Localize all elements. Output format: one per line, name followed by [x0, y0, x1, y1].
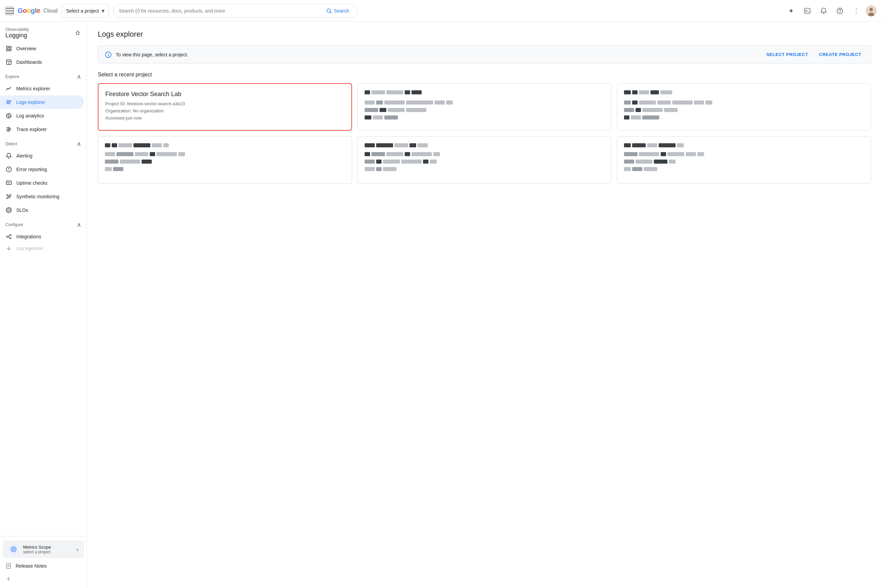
svg-point-47 — [13, 549, 14, 550]
sidebar-item-error-reporting[interactable]: Error reporting — [0, 163, 84, 176]
svg-rect-11 — [6, 49, 8, 51]
sidebar-item-label: Log ingestion... — [16, 246, 46, 251]
slo-icon — [5, 207, 12, 213]
sidebar-item-label: Synthetic monitoring — [16, 194, 59, 199]
log-ingestion-icon — [5, 245, 12, 252]
sidebar: Observability Logging — [0, 22, 87, 588]
search-button[interactable]: Search — [323, 6, 352, 15]
collapse-sidebar-button[interactable] — [0, 572, 87, 585]
svg-line-43 — [8, 235, 10, 236]
project-card-2[interactable] — [357, 83, 612, 131]
explore-section-header[interactable]: Explore ∧ — [0, 69, 87, 82]
project-card-5[interactable] — [357, 136, 612, 184]
sidebar-item-synthetic-monitoring[interactable]: Synthetic monitoring — [0, 190, 84, 203]
sidebar-item-dashboards[interactable]: Dashboards — [0, 56, 84, 69]
project-card-6[interactable] — [617, 136, 871, 184]
sidebar-item-overview[interactable]: Overview — [0, 42, 84, 56]
project-card-3[interactable] — [617, 83, 871, 131]
sidebar-item-metrics-explorer[interactable]: Metrics explorer — [0, 82, 84, 95]
main-content: Logs explorer To view this page, select … — [87, 22, 882, 588]
create-project-button[interactable]: CREATE PROJECT — [816, 51, 864, 58]
info-icon — [105, 51, 112, 58]
svg-point-7 — [870, 8, 873, 11]
hamburger-menu[interactable] — [5, 7, 14, 15]
pin-sidebar-button[interactable] — [74, 30, 81, 37]
sidebar-item-label: Uptime checks — [16, 180, 48, 186]
svg-rect-10 — [9, 46, 11, 48]
sidebar-item-integrations[interactable]: Integrations — [0, 230, 84, 243]
project-card-featured[interactable]: Firestore Vector Search Lab Project ID: … — [98, 83, 352, 131]
synthetic-icon — [5, 193, 12, 200]
release-notes-icon — [5, 563, 12, 569]
project-card-4[interactable] — [98, 136, 352, 184]
terminal-icon — [804, 8, 811, 14]
sidebar-item-logs-explorer[interactable]: Logs explorer — [0, 95, 84, 109]
help-button[interactable] — [833, 4, 847, 18]
gemini-button[interactable]: ✦ — [784, 4, 798, 18]
sidebar-item-label: Log analytics — [16, 113, 44, 118]
svg-point-54 — [108, 53, 109, 54]
help-icon — [837, 8, 843, 14]
svg-point-40 — [6, 236, 8, 238]
info-banner-actions: SELECT PROJECT CREATE PROJECT — [764, 51, 864, 58]
info-banner-message: To view this page, select a project. — [116, 52, 188, 57]
svg-line-1 — [330, 12, 331, 13]
log-analytics-icon — [5, 112, 12, 119]
overview-icon — [5, 45, 12, 52]
detect-section-header[interactable]: Detect ∧ — [0, 136, 87, 149]
search-input[interactable] — [119, 8, 321, 14]
svg-point-42 — [9, 237, 11, 239]
project-card-detail: Project ID: firestore-vector-search-a3e2… — [105, 100, 345, 122]
sidebar-item-label: Alerting — [16, 153, 32, 159]
error-icon — [5, 166, 12, 173]
svg-point-33 — [7, 195, 11, 199]
sidebar-item-release-notes[interactable]: Release Notes — [0, 560, 87, 572]
sidebar-item-label: SLOs — [16, 207, 28, 213]
avatar-image — [866, 5, 877, 16]
sidebar-item-uptime-checks[interactable]: Uptime checks — [0, 176, 84, 190]
explore-section-label: Explore — [5, 74, 20, 79]
sidebar-navigation: Overview Dashboards Explore ∧ — [0, 42, 87, 536]
project-selector[interactable]: Select a project ▾ — [62, 4, 110, 18]
sidebar-item-label: Overview — [16, 46, 36, 51]
dashboards-icon — [5, 59, 12, 66]
metrics-scope-item[interactable]: Metrics Scope select a project › — [3, 540, 84, 558]
user-avatar[interactable] — [866, 5, 877, 16]
more-options-button[interactable]: ⋮ — [849, 4, 863, 18]
logs-icon — [5, 99, 12, 106]
explore-chevron-icon: ∧ — [77, 73, 81, 81]
sidebar-item-label: Trace explorer — [16, 127, 47, 132]
svg-point-34 — [6, 194, 8, 195]
sidebar-header: Observability Logging — [0, 22, 87, 42]
project-card-title: Firestore Vector Search Lab — [105, 91, 345, 98]
google-cloud-logo[interactable]: Google Google Cloud Cloud — [18, 7, 58, 15]
integrations-icon — [5, 233, 12, 240]
notifications-button[interactable] — [817, 4, 830, 18]
svg-line-44 — [8, 237, 10, 238]
sidebar-item-slos[interactable]: SLOs — [0, 203, 84, 217]
metrics-scope-chevron-icon: › — [76, 546, 78, 553]
collapse-icon — [5, 576, 12, 582]
release-notes-label: Release Notes — [16, 563, 47, 568]
app-name: Logging — [5, 32, 29, 39]
sidebar-item-alerting[interactable]: Alerting — [0, 149, 84, 163]
chevron-down-icon: ▾ — [102, 7, 105, 15]
app-info: Observability Logging — [5, 27, 29, 39]
projects-grid: Firestore Vector Search Lab Project ID: … — [98, 83, 871, 184]
sidebar-item-log-ingestion[interactable]: Log ingestion... — [0, 243, 84, 253]
sidebar-item-label: Logs explorer — [16, 99, 45, 105]
cloud-shell-button[interactable] — [801, 4, 814, 18]
detect-chevron-icon: ∧ — [77, 140, 81, 148]
metrics-scope-icon — [8, 544, 19, 555]
svg-point-41 — [9, 234, 11, 236]
configure-section-header[interactable]: Configure ∧ — [0, 217, 87, 230]
svg-point-35 — [10, 194, 11, 195]
sidebar-item-trace-explorer[interactable]: Trace explorer — [0, 123, 84, 136]
uptime-icon — [5, 180, 12, 186]
pin-icon — [74, 30, 81, 37]
svg-point-30 — [9, 170, 9, 171]
sidebar-bottom: Metrics Scope select a project › Relea — [0, 536, 87, 588]
select-project-button[interactable]: SELECT PROJECT — [764, 51, 811, 58]
top-navigation: Google Google Cloud Cloud Select a proje… — [0, 0, 882, 22]
sidebar-item-log-analytics[interactable]: Log analytics — [0, 109, 84, 123]
